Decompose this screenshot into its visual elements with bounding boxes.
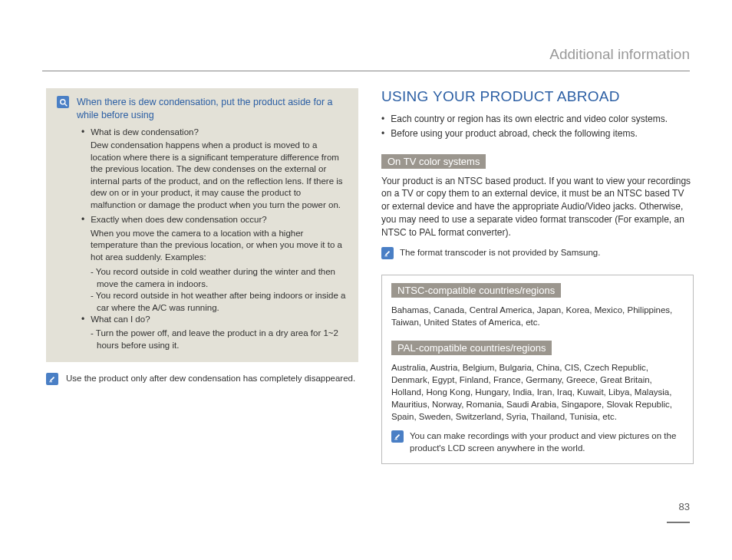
abroad-bullet-1: Each country or region has its own elect… bbox=[391, 113, 694, 126]
dew-note-text: Use the product only after dew condensat… bbox=[66, 373, 358, 385]
q-what-is: What is dew condensation? bbox=[91, 127, 348, 139]
abroad-bullet-2: Before using your product abroad, check … bbox=[391, 127, 694, 140]
divider-top bbox=[42, 71, 690, 71]
transcoder-note-text: The format transcoder is not provided by… bbox=[400, 247, 694, 259]
page-number: 83 bbox=[679, 501, 690, 512]
page-number-rule bbox=[667, 522, 690, 523]
note-icon bbox=[381, 247, 394, 259]
magnify-icon bbox=[57, 96, 69, 108]
p-what-is: Dew condensation happens when a product … bbox=[91, 140, 348, 211]
section-heading-abroad: USING YOUR PRODUCT ABROAD bbox=[381, 88, 694, 105]
svg-point-0 bbox=[60, 99, 64, 104]
lcd-note-text: You can make recordings with your produc… bbox=[410, 430, 684, 454]
left-column: When there is dew condensation, put the … bbox=[46, 46, 358, 464]
chapter-title: Additional information bbox=[549, 46, 690, 63]
transcoder-note: The format transcoder is not provided by… bbox=[381, 247, 694, 259]
dew-condensation-callout: When there is dew condensation, put the … bbox=[46, 88, 358, 362]
right-column: USING YOUR PRODUCT ABROAD •Each country … bbox=[381, 46, 694, 464]
subhead-tv-color: On TV color systems bbox=[381, 154, 486, 169]
subhead-pal: PAL-compatible countries/regions bbox=[391, 341, 552, 355]
answer-what-do: - Turn the power off, and leave the prod… bbox=[91, 328, 348, 351]
note-icon bbox=[391, 430, 404, 443]
callout-title: When there is dew condensation, put the … bbox=[77, 96, 348, 122]
page-content: When there is dew condensation, put the … bbox=[46, 46, 694, 464]
note-icon bbox=[46, 373, 58, 385]
ntsc-countries: Bahamas, Canada, Central America, Japan,… bbox=[391, 304, 684, 328]
q-when: Exactly when does dew condensation occur… bbox=[91, 214, 348, 226]
svg-line-1 bbox=[64, 104, 67, 106]
tv-color-paragraph: Your product is an NTSC based product. I… bbox=[381, 175, 694, 239]
p-when: When you move the camera to a location w… bbox=[91, 228, 348, 264]
lcd-note: You can make recordings with your produc… bbox=[391, 430, 684, 454]
compat-frame: NTSC-compatible countries/regions Bahama… bbox=[381, 275, 694, 465]
q-what-do: What can I do? bbox=[91, 314, 348, 326]
example-2: - You record outside in hot weather afte… bbox=[91, 290, 348, 314]
subhead-ntsc: NTSC-compatible countries/regions bbox=[391, 283, 561, 298]
pal-countries: Australia, Austria, Belgium, Bulgaria, C… bbox=[391, 361, 684, 423]
example-1: - You record outside in cold weather dur… bbox=[91, 266, 348, 290]
dew-note: Use the product only after dew condensat… bbox=[46, 373, 358, 385]
